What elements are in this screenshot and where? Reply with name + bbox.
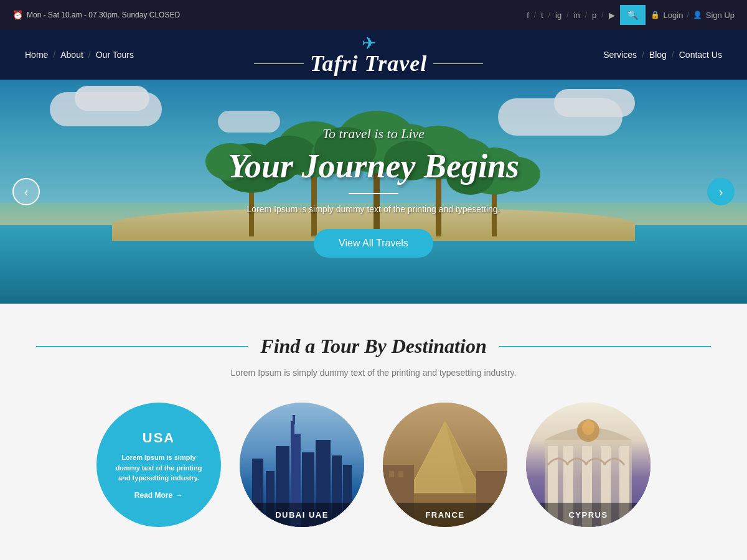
logo-line-left: [254, 63, 304, 64]
destination-dubai[interactable]: DUBAI UAE: [240, 403, 364, 527]
header: Home / About / Our Tours ✈ Tafri Travel …: [0, 30, 747, 80]
destinations-section: Find a Tour By Destination Lorem Ipsum i…: [0, 304, 747, 560]
nav-sep-4: /: [672, 50, 674, 60]
svg-rect-30: [293, 415, 295, 424]
destination-france[interactable]: FRANCE: [383, 403, 507, 527]
nav-about[interactable]: About: [60, 50, 83, 60]
login-link[interactable]: Login: [664, 11, 684, 20]
hero-cta-button[interactable]: View All Travels: [314, 229, 433, 258]
hero-description: Lorem Ipsum is simply dummy text of the …: [228, 204, 519, 214]
lock-icon: 🔒: [651, 11, 660, 19]
pinterest-link[interactable]: p: [592, 11, 596, 20]
section-line-right: [499, 346, 711, 347]
sep1: /: [534, 11, 536, 19]
sep2: /: [548, 11, 550, 19]
logo-title[interactable]: Tafri Travel: [310, 50, 427, 77]
hero-section: ‹ To travel is to Live Your Journey Begi…: [0, 80, 747, 304]
hero-subtitle: To travel is to Live: [228, 126, 519, 142]
facebook-link[interactable]: f: [527, 11, 529, 20]
youtube-link[interactable]: ▶: [609, 11, 615, 20]
hero-next-button[interactable]: ›: [707, 178, 735, 205]
hero-divider: [349, 193, 398, 194]
usa-read-more-text: Read More: [134, 491, 172, 500]
destinations-grid: USA Lorem Ipsum is simply dummy text of …: [25, 403, 722, 527]
topbar-hours: ⏰ Mon - Sat 10.am - 07.30pm. Sunday CLOS…: [12, 10, 180, 20]
france-label: FRANCE: [383, 503, 507, 527]
nav-right: Services / Blog / Contact Us: [603, 50, 722, 60]
logo-lines: Tafri Travel: [254, 50, 483, 77]
linkedin-link[interactable]: in: [574, 11, 580, 20]
hero-content: To travel is to Live Your Journey Begins…: [228, 126, 519, 258]
sep5: /: [601, 11, 603, 19]
usa-read-more[interactable]: Read More →: [134, 491, 183, 500]
instagram-link[interactable]: ig: [555, 11, 561, 20]
nav-contact[interactable]: Contact Us: [679, 50, 722, 60]
chevron-left-icon: ‹: [24, 185, 29, 199]
nav-sep-1: /: [53, 50, 55, 60]
auth-links: 🔒 Login / 👤 Sign Up: [651, 11, 735, 20]
usa-desc: Lorem Ipsum is simply dummy text of the …: [109, 452, 209, 483]
logo: ✈ Tafri Travel: [254, 33, 483, 77]
nav-services[interactable]: Services: [603, 50, 637, 60]
search-button[interactable]: 🔍: [620, 5, 646, 25]
svg-rect-41: [398, 471, 403, 477]
nav-home[interactable]: Home: [25, 50, 48, 60]
nav-sep-3: /: [642, 50, 644, 60]
hero-prev-button[interactable]: ‹: [12, 178, 40, 205]
section-header: Find a Tour By Destination: [25, 335, 722, 358]
nav-blog[interactable]: Blog: [649, 50, 667, 60]
cyprus-label: CYPRUS: [526, 503, 651, 527]
nav-left: Home / About / Our Tours: [25, 50, 134, 60]
arrow-right-icon: →: [176, 491, 183, 500]
user-icon: 👤: [693, 11, 702, 19]
chevron-right-icon: ›: [719, 185, 723, 199]
destination-cyprus[interactable]: CYPRUS: [526, 403, 651, 527]
topbar-right: f / t / ig / in / p / ▶ 🔍 🔒 Login / 👤 Si…: [527, 5, 735, 25]
sep3: /: [566, 11, 568, 19]
twitter-link[interactable]: t: [541, 11, 543, 20]
logo-line-right: [433, 63, 483, 64]
section-line-left: [36, 346, 248, 347]
hero-title: Your Journey Begins: [228, 147, 519, 185]
clock-icon: ⏰: [12, 10, 23, 20]
hours-text: Mon - Sat 10.am - 07.30pm. Sunday CLOSED: [27, 11, 180, 19]
dubai-label: DUBAI UAE: [240, 503, 364, 527]
svg-point-50: [582, 420, 594, 435]
signup-link[interactable]: Sign Up: [706, 11, 735, 20]
nav-sep-2: /: [88, 50, 91, 60]
auth-sep: /: [687, 11, 688, 19]
destination-usa[interactable]: USA Lorem Ipsum is simply dummy text of …: [96, 403, 221, 527]
nav-tours[interactable]: Our Tours: [96, 50, 134, 60]
svg-rect-40: [389, 471, 394, 477]
usa-label: USA: [143, 430, 175, 446]
section-title: Find a Tour By Destination: [260, 335, 486, 358]
topbar: ⏰ Mon - Sat 10.am - 07.30pm. Sunday CLOS…: [0, 0, 747, 30]
sep4: /: [585, 11, 587, 19]
section-description: Lorem Ipsum is simply dummy text of the …: [25, 368, 722, 378]
